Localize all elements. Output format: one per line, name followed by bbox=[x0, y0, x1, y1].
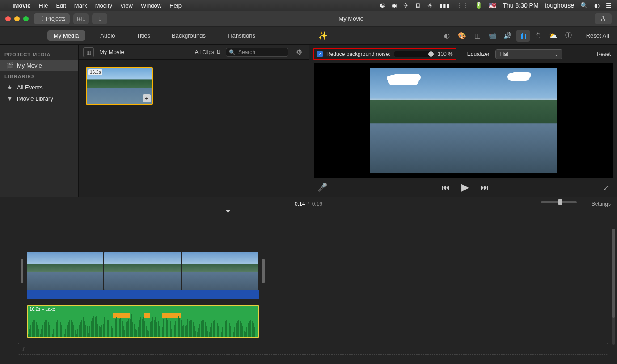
tab-backgrounds[interactable]: Backgrounds bbox=[165, 30, 212, 41]
search-icon: 🔍 bbox=[229, 49, 236, 55]
svg-rect-1 bbox=[521, 34, 522, 39]
chevron-left-icon: 〈 bbox=[38, 15, 43, 22]
menu-window[interactable]: Window bbox=[141, 2, 161, 9]
reduce-noise-value: 100 % bbox=[438, 51, 453, 57]
gear-icon[interactable]: ⚙ bbox=[294, 48, 304, 56]
location-icon[interactable]: ✈ bbox=[403, 2, 409, 9]
wechat-icon[interactable]: ☯ bbox=[380, 2, 385, 9]
color-correction-icon[interactable]: 🎨 bbox=[456, 30, 469, 42]
reduce-noise-group: ✓ Reduce background noise: 100 % bbox=[313, 48, 456, 60]
display-icon[interactable]: 🖥 bbox=[415, 2, 421, 9]
slider-knob[interactable] bbox=[558, 199, 562, 205]
sidebar-item-all-events[interactable]: ★ All Events bbox=[0, 82, 78, 93]
menu-mark[interactable]: Mark bbox=[74, 2, 87, 9]
scrollbar-thumb[interactable] bbox=[612, 229, 615, 318]
clip-trim-handle-right[interactable] bbox=[262, 259, 265, 283]
flag-icon[interactable]: 🇺🇸 bbox=[489, 2, 496, 9]
prev-frame-button[interactable]: ⏮ bbox=[442, 183, 450, 192]
download-button[interactable]: ↓ bbox=[92, 13, 107, 24]
spotlight-icon[interactable]: 🔍 bbox=[580, 2, 588, 9]
clip-thumbnail[interactable]: 16.2s + bbox=[86, 67, 153, 105]
crop-icon[interactable]: ◫ bbox=[471, 30, 484, 42]
disclosure-triangle-icon[interactable]: ▼ bbox=[6, 95, 13, 102]
battery-icon[interactable]: ▮▮▮ bbox=[439, 2, 450, 9]
media-title: My Movie bbox=[99, 49, 124, 55]
sidebar-item-imovie-library[interactable]: ▼ iMovie Library bbox=[0, 93, 78, 104]
color-balance-icon[interactable]: ◐ bbox=[440, 30, 454, 42]
timeline-zoom-slider[interactable] bbox=[541, 201, 577, 203]
svg-rect-0 bbox=[520, 36, 520, 39]
reduce-noise-label: Reduce background noise: bbox=[326, 51, 390, 57]
preview-frame-image bbox=[370, 68, 557, 173]
timeline-body[interactable]: 16.2s – Lake ♫ bbox=[0, 211, 617, 358]
auto-enhance-icon[interactable]: ✨ bbox=[314, 31, 332, 41]
power-icon[interactable]: 🔋 bbox=[475, 2, 482, 9]
timeline-scrollbar[interactable] bbox=[612, 229, 615, 345]
clip-filter-dropdown[interactable]: All Clips ⇅ bbox=[195, 49, 220, 55]
tab-transitions[interactable]: Transitions bbox=[221, 30, 262, 41]
control-center-icon[interactable]: ◐ bbox=[594, 2, 600, 9]
reset-button[interactable]: Reset bbox=[594, 51, 613, 57]
menu-view[interactable]: View bbox=[120, 2, 133, 9]
wifi-icon[interactable]: ⋮⋮ bbox=[456, 2, 469, 9]
library-tabs: My Media Audio Titles Backgrounds Transi… bbox=[0, 27, 309, 45]
equalizer-select[interactable]: Flat ⌄ bbox=[495, 49, 562, 59]
sidebar-item-my-movie[interactable]: 🎬 My Movie bbox=[0, 60, 78, 71]
reduce-noise-checkbox[interactable]: ✓ bbox=[317, 51, 323, 57]
reduce-noise-slider[interactable] bbox=[394, 51, 434, 57]
add-clip-button[interactable]: + bbox=[143, 94, 151, 102]
close-window-button[interactable] bbox=[5, 16, 11, 21]
clip-duration-badge: 16.2s bbox=[88, 69, 102, 75]
tab-titles[interactable]: Titles bbox=[131, 30, 157, 41]
tab-my-media[interactable]: My Media bbox=[47, 30, 85, 41]
equalizer-label: Equalizer: bbox=[467, 51, 491, 57]
voiceover-mic-icon[interactable]: 🎤 bbox=[317, 182, 327, 192]
menu-extras-icon[interactable]: ☰ bbox=[606, 2, 612, 9]
clock[interactable]: Thu 8:30 PM bbox=[503, 2, 538, 9]
info-icon[interactable]: ⓘ bbox=[562, 30, 575, 42]
music-drop-zone[interactable]: ♫ bbox=[18, 343, 608, 355]
svg-rect-2 bbox=[522, 33, 523, 39]
clapperboard-icon: 🎬 bbox=[6, 62, 13, 69]
video-preview[interactable] bbox=[314, 63, 613, 178]
stabilize-icon[interactable]: 📹 bbox=[486, 30, 499, 42]
sidebar-item-label: My Movie bbox=[17, 62, 42, 69]
fullscreen-icon[interactable]: ⤢ bbox=[603, 183, 609, 192]
noise-reduction-icon[interactable] bbox=[516, 30, 530, 42]
status-icons: ☯ ◉ ✈ 🖥 ✳ ▮▮▮ ⋮⋮ 🔋 🇺🇸 Thu 8:30 PM tougho… bbox=[380, 2, 612, 9]
volume-icon[interactable]: 🔊 bbox=[501, 30, 515, 42]
clip-trim-handle-left[interactable] bbox=[21, 259, 23, 283]
next-frame-button[interactable]: ⏭ bbox=[481, 183, 489, 192]
share-button[interactable] bbox=[595, 13, 612, 24]
video-track-audio-strip[interactable] bbox=[27, 290, 259, 299]
back-to-projects-button[interactable]: 〈 Projects bbox=[34, 13, 70, 24]
search-input[interactable]: 🔍 Search bbox=[226, 48, 288, 57]
section-project-media: PROJECT MEDIA bbox=[0, 49, 78, 60]
back-label: Projects bbox=[46, 16, 65, 22]
menu-modify[interactable]: Modify bbox=[95, 2, 112, 9]
slider-knob[interactable] bbox=[428, 51, 434, 57]
menu-edit[interactable]: Edit bbox=[56, 2, 66, 9]
play-button[interactable]: ▶ bbox=[461, 182, 469, 193]
audio-track-clip[interactable]: 16.2s – Lake bbox=[27, 305, 259, 338]
tab-audio[interactable]: Audio bbox=[94, 30, 121, 41]
audio-waveform bbox=[28, 314, 258, 337]
video-track-clip[interactable] bbox=[27, 252, 259, 295]
import-media-button[interactable]: ⊞↓ bbox=[73, 13, 89, 24]
menu-help[interactable]: Help bbox=[169, 2, 182, 9]
bluetooth-icon[interactable]: ✳ bbox=[427, 2, 433, 9]
filters-icon[interactable]: ⛅ bbox=[547, 30, 560, 42]
media-header: ▥ My Movie All Clips ⇅ 🔍 Search ⚙ bbox=[79, 45, 309, 60]
menu-file[interactable]: File bbox=[38, 2, 48, 9]
timeline-header: 0:14 / 0:16 Settings bbox=[0, 197, 617, 211]
fullscreen-window-button[interactable] bbox=[23, 16, 29, 21]
app-name[interactable]: iMovie bbox=[13, 2, 30, 9]
timeline-settings-button[interactable]: Settings bbox=[592, 201, 611, 207]
username[interactable]: toughouse bbox=[545, 2, 574, 9]
reset-all-button[interactable]: Reset All bbox=[583, 32, 613, 39]
minimize-window-button[interactable] bbox=[14, 16, 20, 21]
list-view-toggle[interactable]: ▥ bbox=[83, 47, 94, 57]
preview-panel: ✓ Reduce background noise: 100 % Equaliz… bbox=[309, 45, 617, 197]
siri-icon[interactable]: ◉ bbox=[392, 2, 397, 9]
speed-icon[interactable]: ⏱ bbox=[532, 30, 545, 42]
